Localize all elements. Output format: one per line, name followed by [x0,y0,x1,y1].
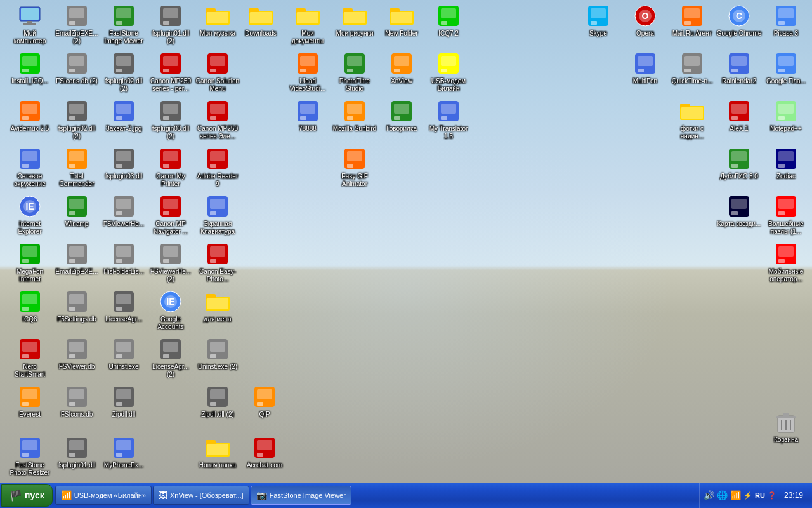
desktop-icon-alex1[interactable]: AleX.1 [716,98,763,133]
desktop-icon-downloads[interactable]: Downloads [237,3,284,37]
desktop-icon-govorilka[interactable]: Говорилка [378,98,425,133]
desktop-icon-qip[interactable]: QIP [241,384,288,418]
desktop-icon-fsviewer-he2[interactable]: FSViewerHe... (2) [147,241,194,283]
desktop-icon-ulead-video[interactable]: Ulead VideoStudi... [284,51,331,93]
desktop-icon-rainlendar[interactable]: Rainlendar2 [716,51,763,85]
desktop-icon-licenseagr2[interactable]: LicenseAgr... (2) [147,337,194,378]
desktop-icon-app-78888[interactable]: 78888 [284,98,331,133]
desktop-icon-avidemux[interactable]: Avidemux 2.5 [6,98,53,133]
desktop-icon-fsplugin02-2[interactable]: fsplugin02.dll (2) [53,98,100,140]
taskbar-item-usb-modem-task[interactable]: 📶USB-модем «Билайн» [55,486,152,505]
desktop-icon-canon-mp250-ele[interactable]: Canon MP250 series Эле... [194,98,241,140]
desktop-icon-f5settings[interactable]: F5Settings.db [53,289,100,323]
desktop-icon-icq6[interactable]: ICQ6 [6,289,53,323]
desktop-icon-google-accounts[interactable]: IE Google Accounts [147,289,194,331]
desktop-icon-install-icq[interactable]: Install_ICQ... [6,51,53,85]
desktop-icon-ie[interactable]: IE Internet Explorer [6,194,53,236]
desktop-icon-everest[interactable]: Everest [6,384,53,418]
desktop-icon-new-folder[interactable]: New Folder [378,3,425,37]
desktop-icon-faststone-resize[interactable]: FastStone Photo Resizer [6,435,53,477]
desktop-icon-fotki[interactable]: фотки с надин... [669,98,716,140]
tray-lang[interactable]: RU [755,491,765,499]
desktop-icon-emailzip1[interactable]: EmailZipEXE... (2) [53,3,100,45]
desktop-icon-canon-my-printer[interactable]: Canon My Printer [147,146,194,188]
desktop-icon-my-music[interactable]: Моя музыка [194,3,241,37]
desktop-icon-korzina[interactable]: Корзина [763,410,809,444]
desktop-icon-uninst-exe[interactable]: Uninst.exe [100,337,147,371]
desktop-icon-xnview[interactable]: XnView [378,51,425,85]
tray-battery-icon[interactable]: ⚡ [743,491,752,500]
desktop-icon-canon-solution[interactable]: Canon Solution Menu [194,51,241,93]
desktop-icon-my-docs[interactable]: Мои документы [284,3,331,45]
desktop-icon-dubls-gis[interactable]: ДублГИС 3.0 [716,146,763,180]
desktop-icon-canon-easy-photo[interactable]: Canon Easy-Photo... [194,241,241,283]
svg-rect-134 [210,151,225,161]
desktop-icon-total-commander[interactable]: Total Commander [53,146,100,188]
desktop-icon-skype[interactable]: Skype [575,3,622,37]
desktop-icon-fsplugin01-2[interactable]: fsplugin01.dll [53,435,100,469]
tray-speaker-icon[interactable]: 🔊 [704,490,714,500]
desktop-icon-ekrannaya[interactable]: Экранная Клавиатура [194,194,241,236]
desktop-icon-icq72[interactable]: ICQ7.2 [425,3,472,37]
desktop-icon-acrobat-com[interactable]: Acrobat.com [241,435,288,469]
taskbar-item-faststone-task[interactable]: 📷FastStone Image Viewer [251,486,351,505]
desktop-icon-fsplugin03[interactable]: fsplugin03.dll (2) [147,98,194,140]
desktop-icon-uninst-exe2[interactable]: Uninst.exe (2) [194,337,241,371]
desktop-icon-photofiltre[interactable]: PhotoFiltre Studio [331,51,378,93]
desktop-icon-network[interactable]: Сетевое окружение [6,146,53,188]
megafon-icon [17,241,43,267]
desktop-icon-nero-smart[interactable]: Nero StartSmart [6,337,53,378]
tray-help[interactable]: ❓ [768,491,776,500]
icq6-label: ICQ6 [22,316,37,323]
desktop-icon-fsicons-db2[interactable]: FSIcons.db [53,384,100,418]
desktop-icon-zahvat[interactable]: Захват-2.jpg [100,98,147,133]
desktop-icon-notepadpp[interactable]: Notepad++ [763,98,809,133]
desktop-icon-zipdll[interactable]: Zipdll.dll [100,384,147,418]
avidemux-label: Avidemux 2.5 [11,125,49,133]
desktop-icon-chrome1[interactable]: C Google Chrome [716,3,763,37]
desktop-icon-fsplugin1[interactable]: fsplugin01.dll (2) [147,3,194,45]
desktop-icon-my-pics[interactable]: Мои рисунки [331,3,378,37]
start-button[interactable]: 🏴 пуск [1,484,53,507]
desktop-icon-mozilla-sunbird[interactable]: Mozilla Sunbird [331,98,378,133]
new-folder-label: New Folder [385,30,417,37]
desktop-icon-novaya-papka[interactable]: Новая папка [194,435,241,469]
govorilka-icon [389,98,414,124]
desktop-icon-fsviewer-db[interactable]: FSViewer.db [53,337,100,371]
desktop-icon-zipdll2[interactable]: Zipdll.dll (2) [194,384,241,418]
desktop-icon-fsviewer-he[interactable]: FSViewerHe... [100,194,147,228]
desktop-icon-dlya-mena[interactable]: для мена [194,289,241,323]
desktop-icon-google-planes[interactable]: Google Пла... [763,51,809,85]
emailzip1-label: EmailZipEXE... (2) [54,30,100,45]
desktop-icon-zodiac[interactable]: Zodiac [763,146,809,180]
desktop-icon-adobe-reader[interactable]: Adobe Reader 9 [194,146,241,188]
tray-network-icon[interactable]: 🌐 [717,490,728,500]
desktop-icon-fsplugin03-2[interactable]: fsplugin03.dll [100,146,147,180]
photofiltre-icon [342,51,367,76]
desktop-icon-my-translator[interactable]: My Translator 1.5 [425,98,472,140]
desktop-icon-canon-mp-nav[interactable]: Canon MP Navigator ... [147,194,194,236]
desktop-icon-licenseagr[interactable]: LicenseAgr... [100,289,147,323]
desktop-icon-easy-gif[interactable]: Easy GIF Animator [331,146,378,188]
desktop-icon-quicktime[interactable]: QuickTime-n... [669,51,716,85]
desktop-icon-karta-zvezd[interactable]: Карта звезди... [716,194,763,228]
desktop-icon-opera[interactable]: O Opera [622,3,669,37]
desktop-icon-mailru[interactable]: Mail.Ru Агент [669,3,716,37]
desktop-icon-myphone[interactable]: MyPhoneEx... [100,435,147,469]
desktop-icon-fsicons-db[interactable]: FSIcons.db (2) [53,51,100,85]
desktop-icon-multifon[interactable]: MultiFon [622,51,669,85]
desktop-icon-volshebn-pazly[interactable]: Волшебные пазлы (1... [763,194,809,236]
tray-signal-icon[interactable]: 📶 [730,490,741,500]
desktop-icon-fsplugin02[interactable]: fsplugin02.dll (2) [100,51,147,93]
desktop-icon-megafon[interactable]: MegaFon Internet [6,241,53,283]
desktop-icon-emailzip2[interactable]: EmailZipEXE... [53,241,100,276]
desktop-icon-usb-modem[interactable]: USB-модем Билайн [425,51,472,93]
desktop-icon-hisfolder[interactable]: HisFolderLis... [100,241,147,276]
desktop-icon-my-computer[interactable]: Мой компьютер [6,3,53,45]
desktop-icon-faststone-viewer[interactable]: FastStone Image Viewer [100,3,147,45]
desktop-icon-canon-mp250-per[interactable]: Canon MP250 series - per... [147,51,194,93]
desktop-icon-winamp[interactable]: Winamp [53,194,100,228]
taskbar-item-xnview-task[interactable]: 🖼XnView - [Обозреват...] [153,486,249,505]
desktop-icon-mobile-operator[interactable]: Мобильные оператор... [763,241,809,283]
desktop-icon-picasa[interactable]: Picasa 3 [763,3,809,37]
